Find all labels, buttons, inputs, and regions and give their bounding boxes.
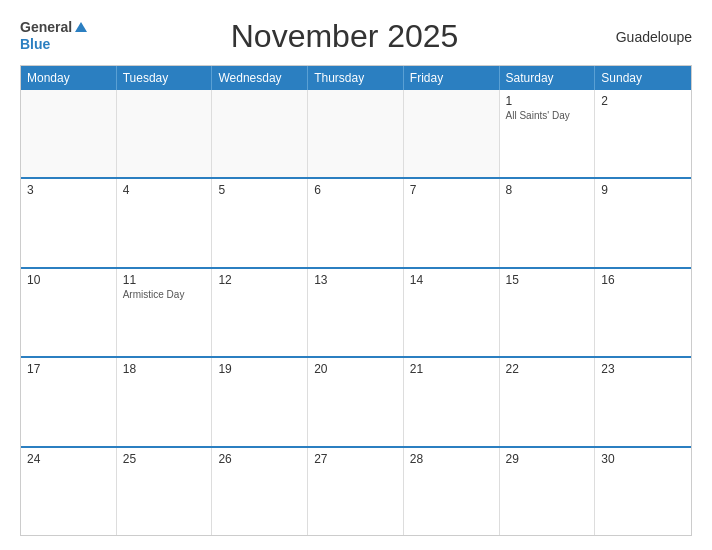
calendar-cell: 22 [500, 358, 596, 445]
day-number: 20 [314, 362, 397, 376]
calendar-cell [21, 90, 117, 177]
calendar-cell: 14 [404, 269, 500, 356]
calendar-cell: 5 [212, 179, 308, 266]
weekday-saturday: Saturday [500, 66, 596, 90]
day-number: 23 [601, 362, 685, 376]
header: General Blue November 2025 Guadeloupe [20, 18, 692, 55]
calendar-cell [117, 90, 213, 177]
day-number: 1 [506, 94, 589, 108]
day-number: 2 [601, 94, 685, 108]
calendar-body: 1All Saints' Day234567891011Armistice Da… [21, 90, 691, 535]
day-number: 6 [314, 183, 397, 197]
day-number: 9 [601, 183, 685, 197]
calendar-cell: 7 [404, 179, 500, 266]
calendar-week-2: 3456789 [21, 177, 691, 266]
calendar-cell: 28 [404, 448, 500, 535]
calendar-cell: 3 [21, 179, 117, 266]
calendar-cell: 18 [117, 358, 213, 445]
calendar: Monday Tuesday Wednesday Thursday Friday… [20, 65, 692, 536]
day-number: 28 [410, 452, 493, 466]
calendar-cell: 26 [212, 448, 308, 535]
calendar-cell: 20 [308, 358, 404, 445]
calendar-cell: 30 [595, 448, 691, 535]
calendar-week-3: 1011Armistice Day1213141516 [21, 267, 691, 356]
logo-triangle-icon [75, 22, 87, 32]
calendar-cell: 13 [308, 269, 404, 356]
day-number: 17 [27, 362, 110, 376]
page: General Blue November 2025 Guadeloupe Mo… [0, 0, 712, 550]
calendar-week-5: 24252627282930 [21, 446, 691, 535]
day-number: 16 [601, 273, 685, 287]
weekday-monday: Monday [21, 66, 117, 90]
weekday-thursday: Thursday [308, 66, 404, 90]
calendar-cell: 10 [21, 269, 117, 356]
calendar-cell [212, 90, 308, 177]
calendar-header: Monday Tuesday Wednesday Thursday Friday… [21, 66, 691, 90]
weekday-tuesday: Tuesday [117, 66, 213, 90]
calendar-cell: 17 [21, 358, 117, 445]
calendar-cell: 1All Saints' Day [500, 90, 596, 177]
day-number: 27 [314, 452, 397, 466]
logo: General Blue [20, 20, 87, 53]
calendar-cell: 12 [212, 269, 308, 356]
day-number: 24 [27, 452, 110, 466]
day-number: 25 [123, 452, 206, 466]
day-number: 11 [123, 273, 206, 287]
day-number: 7 [410, 183, 493, 197]
calendar-cell: 25 [117, 448, 213, 535]
weekday-sunday: Sunday [595, 66, 691, 90]
day-number: 26 [218, 452, 301, 466]
calendar-week-4: 17181920212223 [21, 356, 691, 445]
calendar-cell: 4 [117, 179, 213, 266]
calendar-cell: 9 [595, 179, 691, 266]
calendar-cell: 23 [595, 358, 691, 445]
logo-line1: General [20, 20, 87, 35]
calendar-cell: 24 [21, 448, 117, 535]
calendar-cell: 21 [404, 358, 500, 445]
day-number: 12 [218, 273, 301, 287]
calendar-cell [308, 90, 404, 177]
calendar-cell [404, 90, 500, 177]
calendar-cell: 6 [308, 179, 404, 266]
day-number: 29 [506, 452, 589, 466]
calendar-cell: 8 [500, 179, 596, 266]
holiday-label: All Saints' Day [506, 110, 589, 121]
calendar-cell: 27 [308, 448, 404, 535]
region-label: Guadeloupe [602, 29, 692, 45]
day-number: 3 [27, 183, 110, 197]
day-number: 8 [506, 183, 589, 197]
calendar-cell: 11Armistice Day [117, 269, 213, 356]
day-number: 10 [27, 273, 110, 287]
day-number: 14 [410, 273, 493, 287]
calendar-cell: 16 [595, 269, 691, 356]
month-title: November 2025 [87, 18, 602, 55]
weekday-friday: Friday [404, 66, 500, 90]
logo-blue-text: Blue [20, 36, 50, 52]
calendar-cell: 15 [500, 269, 596, 356]
day-number: 21 [410, 362, 493, 376]
day-number: 18 [123, 362, 206, 376]
day-number: 5 [218, 183, 301, 197]
calendar-cell: 2 [595, 90, 691, 177]
day-number: 19 [218, 362, 301, 376]
day-number: 30 [601, 452, 685, 466]
holiday-label: Armistice Day [123, 289, 206, 300]
logo-general: General [20, 20, 72, 35]
logo-blue: Blue [20, 35, 50, 53]
weekday-wednesday: Wednesday [212, 66, 308, 90]
calendar-cell: 29 [500, 448, 596, 535]
day-number: 13 [314, 273, 397, 287]
day-number: 15 [506, 273, 589, 287]
calendar-week-1: 1All Saints' Day2 [21, 90, 691, 177]
day-number: 22 [506, 362, 589, 376]
calendar-cell: 19 [212, 358, 308, 445]
day-number: 4 [123, 183, 206, 197]
